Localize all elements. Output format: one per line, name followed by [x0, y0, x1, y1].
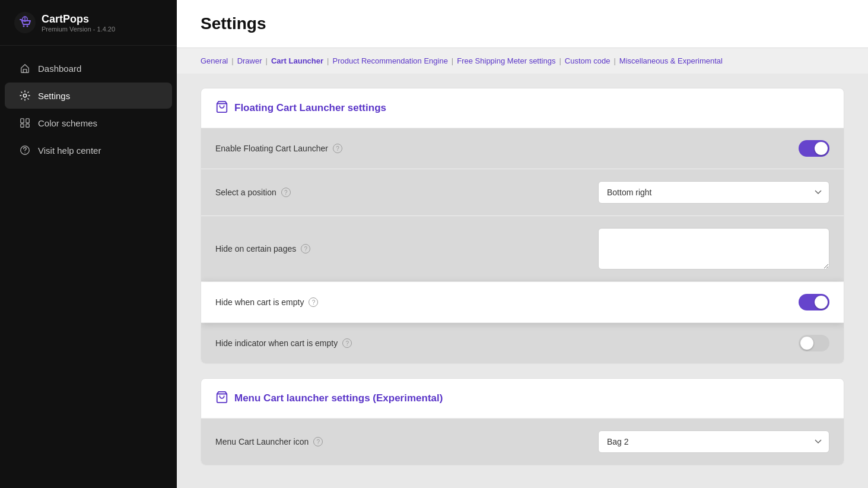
svg-point-10 — [24, 152, 25, 153]
position-select[interactable]: Bottom right Bottom left Top right Top l… — [598, 181, 829, 204]
logo-subtitle: Premium Version - 1.4.20 — [42, 26, 115, 33]
page-title: Settings — [201, 14, 844, 33]
breadcrumb-sep-3: | — [327, 56, 329, 65]
hide-indicator-toggle-thumb — [800, 337, 813, 350]
hide-pages-help-icon[interactable]: ? — [301, 244, 310, 253]
breadcrumb-free-shipping[interactable]: Free Shipping Meter settings — [457, 56, 555, 65]
hide-empty-cart-toggle[interactable] — [799, 294, 829, 310]
breadcrumb-sep-6: | — [613, 56, 615, 65]
svg-rect-6 — [26, 119, 29, 123]
menu-cart-section-header: Menu Cart launcher settings (Experimenta… — [201, 379, 844, 419]
svg-rect-8 — [26, 124, 29, 127]
hide-pages-textarea[interactable] — [598, 228, 829, 270]
menu-cart-icon-label: Menu Cart Launcher icon ? — [215, 437, 323, 446]
main-content-area: Settings General | Drawer | Cart Launche… — [177, 0, 868, 488]
sidebar-item-color-schemes[interactable]: Color schemes — [5, 110, 172, 136]
svg-point-4 — [23, 94, 26, 97]
breadcrumb-general[interactable]: General — [201, 56, 228, 65]
main-header: Settings — [177, 0, 868, 48]
color-schemes-icon — [19, 117, 31, 129]
row-hide-empty-cart: Hide when cart is empty ? — [201, 282, 844, 323]
sidebar-item-label-dashboard: Dashboard — [38, 64, 81, 74]
svg-point-0 — [14, 12, 36, 33]
svg-rect-5 — [21, 119, 24, 123]
svg-point-1 — [23, 26, 25, 27]
hide-indicator-help-icon[interactable]: ? — [342, 338, 352, 348]
svg-rect-7 — [21, 124, 24, 127]
settings-content: General | Drawer | Cart Launcher | Produ… — [177, 48, 868, 488]
row-hide-indicator: Hide indicator when cart is empty ? — [201, 323, 844, 363]
sidebar-item-label-help: Visit help center — [38, 145, 101, 156]
menu-cart-section-title: Menu Cart launcher settings (Experimenta… — [234, 392, 443, 404]
breadcrumb-sep-1: | — [231, 56, 233, 65]
breadcrumb-custom-code[interactable]: Custom code — [565, 56, 611, 65]
cartpops-logo-icon — [14, 12, 36, 33]
breadcrumb-sep-2: | — [266, 56, 268, 65]
gear-icon — [19, 90, 31, 102]
row-hide-pages: Hide on certain pages ? — [201, 216, 844, 282]
hide-empty-cart-toggle-thumb — [815, 296, 828, 309]
sidebar-item-dashboard[interactable]: Dashboard — [5, 55, 172, 81]
menu-cart-icon-text: Menu Cart Launcher icon — [215, 437, 309, 446]
breadcrumb-cart-launcher[interactable]: Cart Launcher — [271, 56, 323, 65]
hide-empty-cart-toggle-wrapper[interactable] — [799, 294, 829, 310]
enable-floating-label: Enable Floating Cart Launcher ? — [215, 144, 342, 153]
sidebar-logo: CartPops Premium Version - 1.4.20 — [0, 0, 177, 46]
enable-floating-toggle-thumb — [815, 142, 828, 155]
logo-title: CartPops — [42, 13, 115, 26]
sidebar-item-label-color-schemes: Color schemes — [38, 118, 97, 128]
floating-cart-section-header: Floating Cart Launcher settings — [201, 88, 844, 128]
breadcrumb: General | Drawer | Cart Launcher | Produ… — [177, 48, 868, 74]
breadcrumb-sep-4: | — [452, 56, 453, 65]
sidebar-item-settings[interactable]: Settings — [5, 83, 172, 109]
sidebar-item-help[interactable]: Visit help center — [5, 137, 172, 163]
enable-floating-text: Enable Floating Cart Launcher — [215, 144, 328, 153]
hide-pages-label: Hide on certain pages ? — [215, 244, 310, 253]
sidebar: CartPops Premium Version - 1.4.20 Dashbo… — [0, 0, 177, 488]
menu-cart-section-card: Menu Cart launcher settings (Experimenta… — [201, 378, 844, 465]
enable-floating-help-icon[interactable]: ? — [333, 144, 342, 153]
select-position-label: Select a position ? — [215, 188, 291, 197]
floating-cart-section-title: Floating Cart Launcher settings — [234, 102, 386, 114]
hide-empty-cart-text: Hide when cart is empty — [215, 297, 304, 307]
settings-section: Floating Cart Launcher settings Enable F… — [177, 74, 868, 488]
help-circle-icon — [19, 144, 31, 156]
breadcrumb-sep-5: | — [559, 56, 561, 65]
enable-floating-toggle[interactable] — [799, 140, 829, 157]
floating-cart-section-card: Floating Cart Launcher settings Enable F… — [201, 88, 844, 364]
row-enable-floating: Enable Floating Cart Launcher ? — [201, 128, 844, 169]
home-icon — [19, 62, 31, 74]
hide-empty-cart-label: Hide when cart is empty ? — [215, 297, 318, 307]
menu-cart-icon-help-icon[interactable]: ? — [313, 437, 323, 446]
hide-indicator-toggle-wrapper[interactable] — [799, 335, 829, 351]
select-position-text: Select a position — [215, 188, 276, 197]
hide-empty-cart-help-icon[interactable]: ? — [309, 297, 318, 307]
row-select-position: Select a position ? Bottom right Bottom … — [201, 169, 844, 216]
sidebar-item-label-settings: Settings — [38, 91, 70, 101]
hide-indicator-label: Hide indicator when cart is empty ? — [215, 338, 352, 348]
breadcrumb-drawer[interactable]: Drawer — [237, 56, 262, 65]
sidebar-nav: Dashboard Settings Color s — [0, 46, 177, 173]
svg-point-2 — [27, 26, 28, 27]
breadcrumb-product-recommendation[interactable]: Product Recommendation Engine — [332, 56, 447, 65]
logo-text: CartPops Premium Version - 1.4.20 — [42, 13, 115, 33]
hide-indicator-text: Hide indicator when cart is empty — [215, 338, 338, 348]
cart-icon-menu — [215, 391, 228, 406]
breadcrumb-miscellaneous[interactable]: Miscellaneous & Experimental — [619, 56, 723, 65]
select-position-help-icon[interactable]: ? — [281, 188, 291, 197]
hide-pages-text: Hide on certain pages — [215, 244, 296, 253]
hide-indicator-toggle[interactable] — [799, 335, 829, 351]
row-menu-cart-icon: Menu Cart Launcher icon ? Bag 2 Bag 1 Ca… — [201, 419, 844, 465]
cart-icon-floating — [215, 100, 228, 116]
enable-floating-toggle-wrapper[interactable] — [799, 140, 829, 157]
menu-cart-icon-select[interactable]: Bag 2 Bag 1 Cart 1 Cart 2 — [598, 430, 829, 453]
